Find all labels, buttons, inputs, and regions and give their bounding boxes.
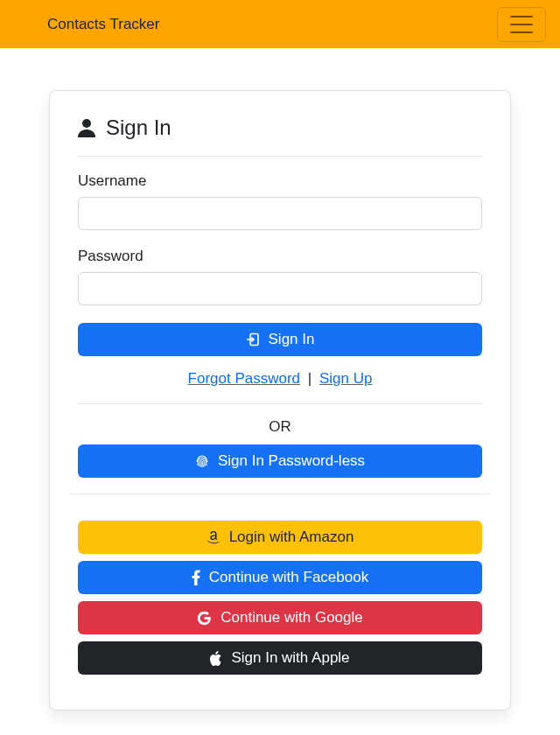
auth-links: Forgot Password | Sign Up — [78, 370, 482, 388]
signin-button-label: Sign In — [269, 331, 315, 348]
amazon-icon — [206, 530, 220, 544]
or-text: OR — [78, 418, 482, 436]
username-label: Username — [78, 172, 482, 190]
facebook-icon — [192, 570, 200, 585]
signup-link[interactable]: Sign Up — [319, 370, 372, 387]
forgot-password-link[interactable]: Forgot Password — [188, 370, 301, 387]
password-label: Password — [78, 248, 482, 265]
facebook-login-button[interactable]: Continue with Facebook — [78, 561, 482, 594]
card-title: Sign In — [78, 116, 482, 157]
social-login-group: Login with Amazon Continue with Facebook… — [78, 521, 482, 675]
apple-button-label: Sign In with Apple — [231, 649, 349, 667]
signin-arrow-icon — [246, 332, 260, 346]
signin-button[interactable]: Sign In — [78, 323, 482, 356]
navbar: Contacts Tracker — [0, 0, 560, 48]
divider — [78, 403, 482, 404]
google-button-label: Continue with Google — [220, 609, 363, 626]
fingerprint-icon — [195, 454, 209, 468]
google-icon — [197, 611, 212, 626]
google-login-button[interactable]: Continue with Google — [78, 601, 482, 634]
facebook-button-label: Continue with Facebook — [209, 569, 368, 586]
svg-point-0 — [82, 119, 91, 128]
person-icon — [78, 118, 95, 137]
divider-wide — [71, 494, 489, 494]
passwordless-button-label: Sign In Password-less — [218, 452, 365, 470]
hamburger-icon — [510, 16, 533, 33]
link-separator: | — [308, 370, 312, 387]
passwordless-button[interactable]: Sign In Password-less — [78, 444, 482, 478]
card-title-text: Sign In — [106, 116, 172, 140]
amazon-button-label: Login with Amazon — [229, 528, 354, 546]
navbar-toggle-button[interactable] — [497, 7, 546, 42]
password-input[interactable] — [78, 272, 482, 305]
amazon-login-button[interactable]: Login with Amazon — [78, 521, 482, 554]
apple-icon — [210, 651, 222, 666]
brand-title: Contacts Tracker — [47, 16, 160, 33]
page-container: Sign In Username Password Sign In Forgot… — [0, 48, 560, 710]
username-input[interactable] — [78, 197, 482, 230]
signin-card: Sign In Username Password Sign In Forgot… — [49, 90, 511, 710]
apple-login-button[interactable]: Sign In with Apple — [78, 641, 482, 675]
